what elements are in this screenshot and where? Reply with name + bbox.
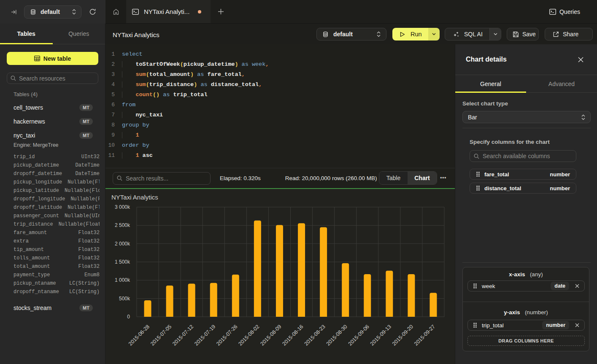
svg-text:2015-09-13: 2015-09-13 (369, 324, 392, 347)
svg-text:2015-07-26: 2015-07-26 (215, 324, 238, 347)
svg-text:2 500k: 2 500k (115, 222, 130, 228)
svg-text:2015-08-16: 2015-08-16 (281, 324, 305, 347)
svg-text:2015-08-23: 2015-08-23 (303, 324, 327, 347)
svg-text:2015-09-06: 2015-09-06 (347, 324, 370, 347)
svg-text:2 000k: 2 000k (115, 241, 130, 247)
svg-text:2015-07-12: 2015-07-12 (171, 324, 194, 347)
svg-text:2015-09-27: 2015-09-27 (413, 324, 436, 347)
svg-text:2015-06-28: 2015-06-28 (127, 324, 151, 347)
svg-text:2015-08-30: 2015-08-30 (325, 324, 348, 347)
svg-text:2015-09-20: 2015-09-20 (391, 324, 414, 347)
svg-text:1 500k: 1 500k (115, 259, 130, 265)
svg-text:2015-07-19: 2015-07-19 (193, 324, 216, 347)
svg-text:2015-08-09: 2015-08-09 (259, 324, 282, 347)
svg-text:0: 0 (127, 314, 130, 320)
svg-text:1 000k: 1 000k (115, 277, 130, 283)
svg-text:3 000k: 3 000k (115, 204, 130, 210)
svg-text:500k: 500k (119, 296, 130, 302)
svg-text:2015-08-02: 2015-08-02 (237, 324, 260, 347)
svg-text:2015-07-05: 2015-07-05 (149, 324, 173, 347)
